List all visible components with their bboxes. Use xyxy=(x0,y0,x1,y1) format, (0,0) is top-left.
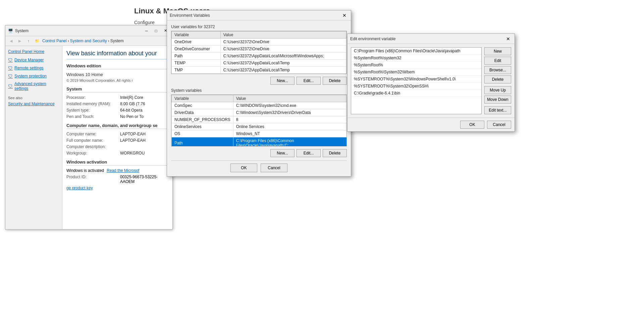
path-list-item[interactable]: %SYSTEMROOT%\System32\OpenSSH\ xyxy=(351,83,481,90)
user-new-btn[interactable]: New... xyxy=(270,77,294,85)
path-list: C:\Program Files (x86)\Common Files\Orac… xyxy=(351,47,482,114)
edit-env-title: Edit environment variable xyxy=(350,37,395,41)
system-var-row[interactable]: ComSpecC:\WINDOWS\system32\cmd.exe xyxy=(172,102,347,109)
breadcrumb-system-security[interactable]: System and Security xyxy=(70,39,107,43)
computer-name-heading: Computer name, domain, and workgroup se xyxy=(66,123,168,129)
full-computer-name-row: Full computer name: LAPTOP-EAH xyxy=(66,138,168,143)
folder-btn[interactable]: 📁 xyxy=(34,37,41,45)
system-delete-btn[interactable]: Delete xyxy=(323,149,347,157)
system-btn-row: New... Edit... Delete xyxy=(171,149,347,157)
read-microsoft-link[interactable]: Read the Microsof xyxy=(107,168,139,173)
user-var-row[interactable]: OneDriveConsumerC:\Users\32372\OneDrive xyxy=(172,46,346,53)
breadcrumb: Control Panel › System and Security › Sy… xyxy=(42,39,124,43)
system-window-icon: 🖥️ xyxy=(8,28,13,33)
user-var-row[interactable]: TMPC:\Users\32372\AppData\Local\Temp xyxy=(172,67,346,74)
system-titlebar-controls: ─ □ ✕ xyxy=(142,27,170,34)
system-vars-table-wrapper: Variable Value ComSpecC:\WINDOWS\system3… xyxy=(171,94,347,146)
user-vars-table: Variable Value OneDriveC:\Users\32372\On… xyxy=(171,31,346,74)
user-col-value: Value xyxy=(220,31,346,39)
forward-btn[interactable]: ▶ xyxy=(16,37,23,45)
move-up-btn[interactable]: Move Up xyxy=(484,86,511,94)
user-var-row[interactable]: PathC:\Users\32372\AppData\Local\Microso… xyxy=(172,53,346,60)
system-main: View basic information about your Window… xyxy=(62,46,172,229)
windows-activation-heading: Windows activation xyxy=(66,160,168,166)
user-var-row[interactable]: TEMPC:\Users\32372\AppData\Local\Temp xyxy=(172,60,346,67)
user-vars-table-wrapper: Variable Value OneDriveC:\Users\32372\On… xyxy=(171,31,347,74)
system-heading: System xyxy=(66,86,168,92)
activation-row: Windows is activated Read the Microsof xyxy=(66,168,168,173)
user-btn-row: New... Edit... Delete xyxy=(171,77,347,85)
sys-col-variable: Variable xyxy=(172,95,233,102)
edit-edit-btn[interactable]: Edit xyxy=(484,57,511,65)
processor-row: Processor: Intel(R) Core xyxy=(66,95,168,100)
edit-text-btn[interactable]: Edit text... xyxy=(484,106,511,114)
edit-env-titlebar: Edit environment variable ✕ xyxy=(347,34,515,44)
path-list-item[interactable]: %SYSTEMROOT%\System32\WindowsPowerShell\… xyxy=(351,76,481,83)
env-dialog-bottom: OK Cancel xyxy=(171,161,347,172)
up-btn[interactable]: ↑ xyxy=(25,37,32,45)
edit-env-bottom: OK Cancel xyxy=(347,118,515,131)
windows-activation-section: Windows is activated Read the Microsof P… xyxy=(66,168,168,190)
product-key-link[interactable]: ge product key xyxy=(66,186,93,190)
user-edit-btn[interactable]: Edit... xyxy=(297,77,321,85)
user-var-row[interactable]: OneDriveC:\Users\32372\OneDrive xyxy=(172,39,346,46)
sidebar-item-advanced-settings[interactable]: 🛡 Advanced system settings xyxy=(8,81,59,91)
system-var-row[interactable]: OSWindows_NT xyxy=(172,130,347,137)
edit-env-close-btn[interactable]: ✕ xyxy=(504,36,512,42)
env-ok-btn[interactable]: OK xyxy=(230,164,257,172)
system-var-row[interactable]: PathC:\Program Files (x86)\Common Files\… xyxy=(172,137,347,147)
system-var-row[interactable]: NUMBER_OF_PROCESSORS8 xyxy=(172,116,347,123)
security-maintenance-link[interactable]: Security and Maintenance xyxy=(8,102,59,106)
system-nav-bar: ◀ ▶ ↑ 📁 Control Panel › System and Secur… xyxy=(5,36,172,46)
sidebar-item-system-protection[interactable]: 🛡 System protection xyxy=(8,73,59,79)
control-panel-home-link[interactable]: Control Panel Home xyxy=(8,49,59,54)
sidebar-item-remote-settings[interactable]: 🛡 Remote settings xyxy=(8,65,59,71)
edit-env-cancel-btn[interactable]: Cancel xyxy=(487,121,511,129)
env-dialog-body: User variables for 32372 Variable Value … xyxy=(167,20,351,176)
edit-browse-btn[interactable]: Browse... xyxy=(484,66,511,74)
computer-desc-row: Computer description: xyxy=(66,144,168,149)
env-dialog-title: Environment Variables xyxy=(170,13,210,18)
sidebar-item-device-manager[interactable]: 🛡 Device Manager xyxy=(8,57,59,63)
system-content: Control Panel Home 🛡 Device Manager 🛡 Re… xyxy=(5,46,172,229)
main-title: View basic information about your xyxy=(66,50,168,59)
system-var-row[interactable]: OnlineServicesOnline Services xyxy=(172,123,347,130)
sidebar-section: 🛡 Device Manager 🛡 Remote settings 🛡 Sys… xyxy=(8,57,59,91)
system-var-row[interactable]: DriverDataC:\Windows\System32\Drivers\Dr… xyxy=(172,109,347,116)
edit-new-btn[interactable]: New xyxy=(484,47,511,55)
system-section-label: System variables xyxy=(171,88,347,93)
path-list-item[interactable]: %SystemRoot% xyxy=(351,62,481,69)
breadcrumb-control-panel[interactable]: Control Panel xyxy=(42,39,67,43)
workgroup-row: Workgroup: WORKGROU xyxy=(66,151,168,155)
system-vars-table: Variable Value ComSpecC:\WINDOWS\system3… xyxy=(171,95,347,146)
path-list-item[interactable]: C:\Program Files (x86)\Common Files\Orac… xyxy=(351,48,481,55)
system-titlebar: 🖥️ System ─ □ ✕ xyxy=(5,25,172,36)
system-new-btn[interactable]: New... xyxy=(270,149,294,157)
edit-env-body: C:\Program Files (x86)\Common Files\Orac… xyxy=(347,44,515,118)
ram-row: Installed memory (RAM): 8.00 GB (7.76 xyxy=(66,102,168,106)
path-list-item[interactable]: %SystemRoot%\system32 xyxy=(351,55,481,62)
env-variables-dialog: Environment Variables ✕ User variables f… xyxy=(167,10,351,177)
env-dialog-close-btn[interactable]: ✕ xyxy=(341,12,348,18)
edit-delete-btn[interactable]: Delete xyxy=(484,75,511,83)
shield-icon-remote: 🛡 xyxy=(8,65,13,71)
os-name: Windows 10 Home xyxy=(66,72,168,77)
path-list-item[interactable]: %SystemRoot%\System32\Wbem xyxy=(351,69,481,76)
system-window: 🖥️ System ─ □ ✕ ◀ ▶ ↑ 📁 Control Panel › … xyxy=(5,25,173,230)
back-btn[interactable]: ◀ xyxy=(7,37,15,45)
move-down-btn[interactable]: Move Down xyxy=(484,96,511,104)
env-cancel-btn[interactable]: Cancel xyxy=(261,164,287,172)
system-edit-btn[interactable]: Edit... xyxy=(297,149,321,157)
shield-icon-device: 🛡 xyxy=(8,57,13,63)
edit-btn-col: New Edit Browse... Delete Move Up Move D… xyxy=(484,47,511,114)
user-delete-btn[interactable]: Delete xyxy=(323,77,347,85)
system-type-row: System type: 64-bit Opera xyxy=(66,108,168,113)
path-list-item[interactable]: C:\Gradle\gradle-6.4.1\bin xyxy=(351,90,481,97)
edit-env-ok-btn[interactable]: OK xyxy=(460,121,484,129)
system-maximize-btn[interactable]: □ xyxy=(152,27,160,34)
activation-status: Windows is activated xyxy=(66,168,104,173)
breadcrumb-system: System xyxy=(110,39,124,43)
shield-icon-advanced: 🛡 xyxy=(8,83,13,89)
system-minimize-btn[interactable]: ─ xyxy=(142,27,151,34)
windows-edition-heading: Windows edition xyxy=(66,63,168,69)
